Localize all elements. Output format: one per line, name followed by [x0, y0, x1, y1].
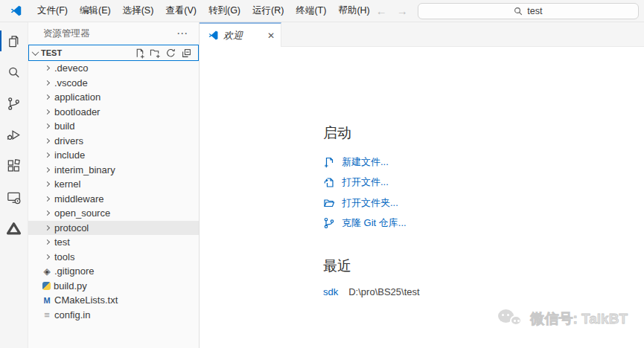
git-branch-icon — [323, 217, 335, 229]
tree-section-header[interactable]: TEST — [28, 45, 199, 61]
tree-item-label: interim_binary — [54, 164, 115, 175]
watermark: 微信号: TalkBT — [498, 309, 628, 329]
start-links: 新建文件... — [323, 152, 420, 233]
section-label: TEST — [41, 48, 62, 57]
git-icon — [42, 266, 51, 277]
menubar-item[interactable]: 运行(R) — [246, 2, 290, 19]
welcome-page: 启动 — [200, 47, 644, 348]
start-link[interactable]: 克隆 Git 仓库... — [323, 213, 420, 234]
chevron-right-icon — [42, 238, 51, 247]
tab-welcome[interactable]: 欢迎 ✕ — [200, 22, 281, 47]
chevron-right-icon — [42, 194, 51, 203]
tree-item-label: drivers — [54, 135, 83, 146]
start-link-label: 打开文件... — [342, 175, 389, 189]
sidebar-title: 资源管理器 — [43, 28, 90, 40]
tree-item[interactable]: tools — [28, 250, 199, 265]
tree-item[interactable]: middleware — [28, 192, 199, 207]
start-link[interactable]: 打开文件夹... — [323, 193, 420, 213]
tree-item-label: middleware — [54, 193, 103, 204]
tree-item[interactable]: open_source — [28, 206, 199, 221]
tab-label: 欢迎 — [223, 29, 263, 42]
search-icon — [5, 64, 22, 81]
activitybar-search[interactable] — [0, 57, 28, 88]
tree-item-label: .deveco — [54, 62, 89, 74]
new-file-icon[interactable] — [134, 48, 145, 59]
nav-forward-icon[interactable]: → — [397, 4, 408, 17]
menubar-item[interactable]: 编辑(E) — [74, 2, 117, 19]
more-actions-icon[interactable]: ⋯ — [176, 27, 188, 40]
menubar-item[interactable]: 选择(S) — [117, 2, 160, 19]
tree-item-label: include — [54, 149, 85, 161]
activitybar-remote-explorer[interactable] — [0, 181, 28, 213]
tree-item[interactable]: build — [28, 119, 199, 134]
tree-item[interactable]: include — [28, 148, 199, 163]
open-file-icon — [323, 176, 335, 188]
tree-item[interactable]: build.py — [28, 279, 199, 294]
tree-item[interactable]: .gitignore — [28, 264, 199, 279]
tree-item[interactable]: CMakeLists.txt — [28, 293, 199, 308]
recent-item: sdk D:\pro\BS25\test — [323, 286, 420, 297]
chevron-right-icon — [42, 64, 51, 73]
menubar-item[interactable]: 文件(F) — [31, 2, 74, 19]
new-file-icon — [323, 156, 335, 168]
refresh-icon[interactable] — [165, 48, 176, 59]
tree-item[interactable]: interim_binary — [28, 163, 199, 178]
tree-item[interactable]: kernel — [28, 177, 199, 192]
vscode-window: 文件(F) 编辑(E) 选择(S) 查看(V) 转到(G) 运行(R) 终端(T… — [0, 0, 644, 348]
menubar-item[interactable]: 查看(V) — [159, 2, 203, 19]
start-link[interactable]: 新建文件... — [323, 152, 420, 173]
tree-item[interactable]: .vscode — [28, 76, 199, 91]
recent-heading: 最近 — [323, 257, 420, 276]
tree-item-label: tools — [54, 251, 74, 262]
tree-item-label: bootloader — [54, 106, 100, 117]
wechat-icon — [498, 309, 525, 329]
editor-group: 欢迎 ✕ 启动 — [200, 22, 644, 348]
start-heading: 启动 — [323, 123, 420, 143]
chevron-right-icon — [42, 122, 51, 131]
start-link[interactable]: 打开文件... — [323, 173, 420, 193]
chevron-right-icon — [42, 180, 51, 189]
title-bar: 文件(F) 编辑(E) 选择(S) 查看(V) 转到(G) 运行(R) 终端(T… — [0, 0, 644, 22]
open-folder-icon — [323, 197, 335, 209]
tab-bar: 欢迎 ✕ — [200, 22, 644, 47]
menubar-item[interactable]: 转到(G) — [203, 2, 246, 19]
file-tree: .deveco .vscode — [28, 61, 199, 348]
new-folder-icon[interactable] — [150, 48, 161, 59]
tree-item-label: build.py — [54, 280, 87, 291]
activitybar-source-control[interactable] — [0, 88, 28, 119]
tree-item-label: .vscode — [54, 77, 88, 88]
recent-item-link[interactable]: sdk — [323, 286, 338, 297]
run-debug-icon — [5, 126, 22, 144]
chevron-right-icon — [42, 151, 51, 160]
activitybar-run-debug[interactable] — [0, 119, 28, 150]
nav-back-icon[interactable]: ← — [376, 4, 387, 17]
menubar-item[interactable]: 帮助(H) — [332, 2, 375, 19]
activitybar-explorer[interactable] — [0, 25, 28, 57]
tree-item[interactable]: drivers — [28, 134, 199, 149]
tree-item[interactable]: .deveco — [28, 61, 199, 76]
close-icon[interactable]: ✕ — [267, 30, 275, 41]
collapse-all-icon[interactable] — [181, 48, 192, 59]
chevron-right-icon — [42, 165, 51, 174]
tree-item-label: .gitignore — [54, 265, 94, 277]
tree-item-label: application — [54, 91, 101, 103]
python-icon — [42, 282, 51, 290]
activitybar-extensions[interactable] — [0, 150, 28, 181]
tree-item[interactable]: bootloader — [28, 105, 199, 120]
tree-item[interactable]: protocol — [28, 221, 199, 236]
menubar-item[interactable]: 终端(T) — [290, 2, 332, 19]
chevron-right-icon — [42, 107, 51, 116]
activitybar-deveco-device-tool[interactable] — [0, 213, 28, 244]
tree-item[interactable]: config.in — [28, 308, 199, 323]
tree-item[interactable]: test — [28, 235, 199, 250]
tree-item-label: open_source — [54, 207, 110, 219]
tree-item[interactable]: application — [28, 90, 199, 105]
extensions-icon — [5, 158, 22, 175]
activity-bar — [0, 22, 28, 348]
tree-item-label: build — [54, 120, 74, 132]
vscode-logo-icon — [10, 4, 22, 17]
source-control-icon — [5, 95, 22, 112]
command-center-search[interactable]: test — [418, 3, 639, 19]
tree-item-label: test — [54, 236, 70, 248]
tree-item-label: kernel — [54, 178, 80, 190]
